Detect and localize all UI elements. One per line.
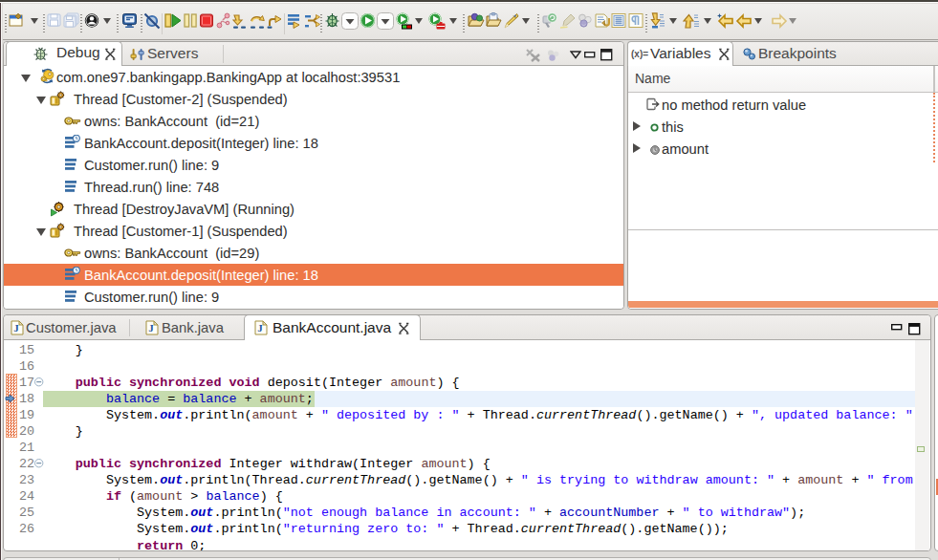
svg-text:J: J	[148, 322, 154, 334]
svg-text:J: J	[257, 322, 263, 334]
svg-text:J: J	[13, 322, 19, 334]
